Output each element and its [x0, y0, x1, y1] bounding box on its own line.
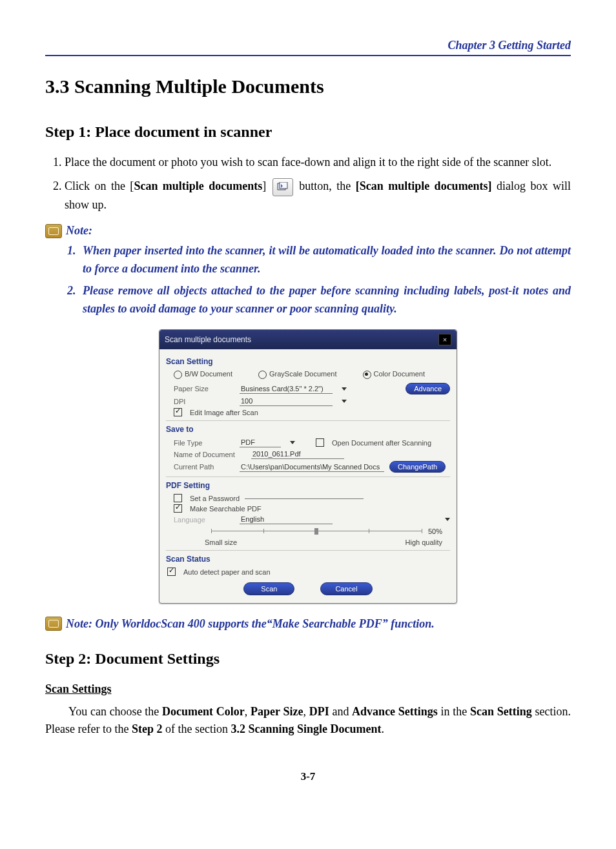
instruction-2: Click on the [Scan multiple documents] b… [65, 178, 571, 214]
radio-bw[interactable]: B/W Document [174, 370, 232, 379]
quality-slider[interactable] [211, 527, 422, 536]
change-path-button[interactable]: ChangePath [389, 461, 446, 473]
file-type-dropdown[interactable]: PDF [240, 438, 281, 447]
paper-size-dropdown[interactable]: Business Card(3.5" * 2.2") [240, 384, 333, 394]
scan-button[interactable]: Scan [243, 582, 294, 595]
searchable-pdf-label: Make Searchable PDF [190, 505, 262, 513]
note-after-dialog: Note: Only WorldocScan 400 supports the“… [66, 617, 435, 631]
scan-status-heading: Scan Status [166, 555, 450, 564]
text: button, the [299, 179, 355, 192]
chevron-down-icon[interactable] [290, 441, 295, 444]
label: B/W Document [185, 370, 232, 378]
searchable-pdf-checkbox[interactable] [174, 504, 182, 513]
slider-right-label: High quality [406, 538, 442, 546]
language-label: Language [174, 516, 234, 524]
chapter-header: Chapter 3 Getting Started [45, 39, 571, 56]
slider-left-label: Small size [205, 538, 237, 546]
divider [166, 550, 450, 551]
dpi-dropdown[interactable]: 100 [240, 396, 333, 406]
label: Color Document [374, 370, 425, 378]
set-password-label: Set a Password [190, 495, 240, 502]
close-icon[interactable]: × [438, 334, 451, 345]
scan-multiple-icon [272, 178, 293, 196]
instruction-1: Place the document or photo you wish to … [65, 154, 571, 171]
t: Advance Settings [352, 705, 438, 718]
text: [Scan multiple documents] [356, 179, 492, 192]
step1-instructions: Place the document or photo you wish to … [45, 154, 571, 214]
value: 100 [241, 397, 252, 405]
chevron-down-icon[interactable] [445, 518, 450, 521]
t: You can choose the [68, 705, 162, 718]
value: Business Card(3.5" * 2.2") [241, 385, 323, 393]
note-icon [45, 224, 62, 238]
pdf-setting-heading: PDF Setting [166, 481, 450, 490]
set-password-checkbox[interactable] [174, 494, 182, 502]
t: 3.2 Scanning Single Document [231, 722, 381, 735]
t: Document Color [162, 705, 245, 718]
text: ] [262, 179, 271, 192]
t: DPI [309, 705, 329, 718]
t: , [303, 705, 309, 718]
current-path-label: Current Path [174, 463, 234, 471]
note-list: When paper inserted into the scanner, it… [45, 242, 571, 318]
note-item-2: Please remove all objects attached to th… [79, 282, 571, 318]
edit-after-scan-checkbox[interactable] [174, 408, 182, 416]
file-type-label: File Type [174, 439, 234, 447]
open-after-scanning-label: Open Document after Scanning [332, 439, 431, 447]
t: Scan Setting [470, 705, 532, 718]
t: and [329, 705, 352, 718]
t: Paper Size [251, 705, 303, 718]
divider [166, 476, 450, 477]
edit-after-scan-label: Edit Image after Scan [190, 409, 258, 416]
label: GrayScale Document [269, 370, 337, 378]
advance-button[interactable]: Advance [406, 383, 450, 394]
note-label: Note: [66, 224, 92, 238]
svg-rect-1 [280, 182, 287, 189]
t: of the section [162, 722, 231, 735]
auto-detect-label: Auto detect paper and scan [183, 568, 271, 576]
note-item-1: When paper inserted into the scanner, it… [79, 242, 571, 278]
page-number: 3-7 [45, 770, 571, 783]
chevron-down-icon[interactable] [342, 400, 347, 403]
radio-grayscale[interactable]: GrayScale Document [258, 370, 337, 379]
text: Click on the [ [65, 179, 134, 192]
dialog-title: Scan multiple documents [165, 335, 251, 344]
dpi-label: DPI [174, 398, 234, 405]
value: English [241, 515, 264, 523]
current-path-field: C:\Users\pan\Documents\My Scanned Docs [240, 462, 384, 472]
save-to-heading: Save to [166, 425, 450, 434]
scan-settings-subheading: Scan Settings [45, 680, 571, 698]
open-after-scanning-checkbox[interactable] [316, 438, 324, 447]
scan-setting-heading: Scan Setting [166, 357, 450, 366]
step1-title: Step 1: Place document in scanner [45, 123, 571, 141]
radio-color[interactable]: Color Document [363, 370, 425, 379]
step2-paragraph: You can choose the Document Color, Paper… [45, 703, 571, 738]
t: Step 2 [132, 722, 163, 735]
chevron-down-icon[interactable] [342, 387, 347, 391]
cancel-button[interactable]: Cancel [320, 582, 372, 595]
doc-name-label: Name of Document [174, 451, 246, 458]
section-title: 3.3 Scanning Multiple Documents [45, 76, 571, 97]
value: PDF [241, 438, 255, 446]
t: . [381, 722, 384, 735]
t: in the [438, 705, 470, 718]
paper-size-label: Paper Size [174, 385, 234, 393]
text: Scan multiple documents [134, 179, 262, 192]
slider-percent: 50% [428, 527, 442, 535]
divider [166, 420, 450, 421]
note-icon [45, 617, 62, 631]
password-field[interactable] [245, 497, 364, 499]
language-dropdown[interactable]: English [240, 515, 333, 524]
scan-multiple-dialog: Scan multiple documents × Scan Setting B… [159, 329, 457, 604]
auto-detect-checkbox[interactable] [167, 568, 176, 576]
doc-name-field[interactable]: 2010_0611.Pdf [251, 449, 344, 459]
t: , [245, 705, 251, 718]
step2-title: Step 2: Document Settings [45, 650, 571, 668]
